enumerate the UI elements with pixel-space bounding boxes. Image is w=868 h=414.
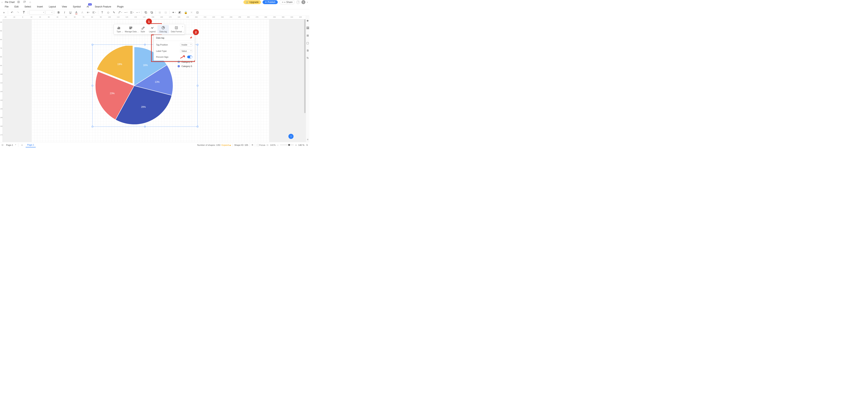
expand-panels-icon[interactable]: » xyxy=(1,10,7,15)
tabs-toggle-icon[interactable]: ⊡ xyxy=(2,144,3,146)
theme-icon[interactable]: ◈ xyxy=(307,19,309,22)
upgrade-button[interactable]: 🛒Upgrade xyxy=(243,0,261,4)
connector-icon[interactable]: ▾ xyxy=(117,10,123,15)
resize-handle[interactable] xyxy=(92,85,93,86)
tools-icon[interactable]: ✕ xyxy=(189,10,194,15)
publish-button[interactable]: ✈Publish xyxy=(262,0,278,4)
page-tab[interactable]: Page-1 xyxy=(26,143,36,147)
legend-label: Category 4 xyxy=(182,61,192,63)
menu-layout[interactable]: Layout xyxy=(49,5,56,8)
highlight-icon[interactable]: A xyxy=(80,10,85,15)
expand-link[interactable]: Expand xyxy=(221,144,229,146)
line-style-icon[interactable]: ─▾ xyxy=(123,10,129,15)
line-color-icon[interactable]: ✎ xyxy=(111,10,117,15)
menu-plugin[interactable]: Plugin xyxy=(117,5,123,8)
pin-icon[interactable]: 📌 xyxy=(190,36,192,39)
focus-button[interactable]: ⛶ Focus xyxy=(257,144,265,146)
redo-icon[interactable]: ↷ xyxy=(15,10,21,15)
front-icon[interactable] xyxy=(143,10,149,15)
float-manage-data-button[interactable]: Manage Data▾ xyxy=(123,25,139,34)
tag-position-select[interactable]: Inside xyxy=(180,43,192,46)
line-weight-icon[interactable]: ☰▾ xyxy=(129,10,134,15)
present-icon[interactable]: ▢ xyxy=(306,41,309,44)
resize-handle[interactable] xyxy=(144,126,146,127)
menu-search-feature[interactable]: Search Feature xyxy=(95,5,111,8)
float-legend-button[interactable]: Legend xyxy=(147,25,157,34)
apps-icon[interactable]: ⊞ xyxy=(307,34,309,37)
pie-label: 23% xyxy=(110,92,115,95)
zoom-display: 140 % xyxy=(298,144,304,146)
resize-handle[interactable] xyxy=(197,85,198,86)
callout-arrow-icon xyxy=(180,55,186,59)
resize-handle[interactable] xyxy=(92,44,93,45)
canvas-page[interactable]: 19%16%13%29%23% alue Category 4 Category… xyxy=(32,19,269,142)
chart-float-toolbar: ✧ Type▾Manage Data▾StyleLegendData tagDa… xyxy=(114,24,185,34)
menu-ai[interactable]: AIhot xyxy=(87,5,89,8)
data-tag-popup: Data tag 📌 Tag Position Inside Label Typ… xyxy=(153,35,195,61)
undo-icon[interactable]: ↶ xyxy=(9,10,15,15)
resize-handle[interactable] xyxy=(197,126,198,127)
group-icon[interactable]: ⊞ xyxy=(157,10,162,15)
fit-icon[interactable]: ⇲ xyxy=(306,144,308,146)
lock-icon[interactable]: 🔒 xyxy=(183,10,188,15)
float-data-format-button[interactable]: Data Format▾ xyxy=(169,25,184,34)
vertical-scrollbar[interactable] xyxy=(304,19,306,113)
fill-icon[interactable]: ◇ xyxy=(105,10,111,15)
align-h-icon[interactable]: ≡▾ xyxy=(86,10,91,15)
arrow-style-icon[interactable]: ↔▾ xyxy=(135,10,141,15)
font-family-select[interactable]: ▾ xyxy=(29,10,45,14)
bold-icon[interactable]: B xyxy=(56,10,61,15)
avatar[interactable]: S xyxy=(302,0,305,4)
menu-insert[interactable]: Insert xyxy=(37,5,43,8)
insert-icon[interactable]: ⊡ xyxy=(195,10,200,15)
format-painter-icon[interactable] xyxy=(21,10,27,15)
avatar-caret-icon[interactable]: ▾ xyxy=(307,1,308,3)
back-icon[interactable]: ‹ xyxy=(2,1,3,4)
svg-point-19 xyxy=(290,136,291,136)
menu-select[interactable]: Select xyxy=(25,5,31,8)
add-page-button[interactable]: + xyxy=(20,143,24,147)
play-icon[interactable]: ▷ xyxy=(267,144,269,146)
ungroup-icon[interactable]: ⊟ xyxy=(163,10,168,15)
text-color-icon[interactable]: A xyxy=(73,10,79,15)
align-v-icon[interactable]: ▾ xyxy=(91,10,97,15)
effects-icon[interactable]: ✦▾ xyxy=(171,10,177,15)
notes-icon[interactable]: 🗎 xyxy=(306,49,309,52)
collapse-icon[interactable]: ≡ xyxy=(307,138,308,141)
menu-symbol[interactable]: Symbol xyxy=(73,5,81,8)
resize-handle[interactable] xyxy=(144,44,146,45)
zoom-value[interactable]: 141% xyxy=(270,144,276,146)
back-layer-icon[interactable] xyxy=(149,10,154,15)
label-type-select[interactable]: Value xyxy=(180,49,192,53)
resize-handle[interactable] xyxy=(197,44,198,45)
italic-icon[interactable]: I xyxy=(62,10,67,15)
percent-sign-toggle[interactable] xyxy=(187,56,192,58)
font-size-select[interactable]: ▾ xyxy=(45,10,53,14)
history-icon[interactable]: ↻ xyxy=(307,56,309,60)
svg-rect-9 xyxy=(118,28,118,29)
image-icon[interactable]: 🖼 xyxy=(306,26,309,30)
shapes-count-label: Number of shapes: 1/60 Expand ◆ xyxy=(197,144,231,146)
underline-icon[interactable]: U xyxy=(68,10,73,15)
svg-rect-0 xyxy=(18,1,19,3)
menu-edit[interactable]: Edit xyxy=(14,5,19,8)
layers-icon[interactable]: ≋ xyxy=(251,144,253,146)
svg-rect-11 xyxy=(119,27,120,29)
menu-file[interactable]: File xyxy=(5,5,8,8)
page-select[interactable]: Page-1 xyxy=(5,143,17,147)
chat-button[interactable] xyxy=(288,134,293,139)
save-icon[interactable] xyxy=(17,1,21,4)
zoom-slider[interactable] xyxy=(280,145,294,145)
export-icon[interactable] xyxy=(22,1,27,4)
float-data-tag-button[interactable]: Data tag xyxy=(157,25,169,34)
help-button[interactable]: ? xyxy=(296,0,300,4)
share-button[interactable]: ⚬⊸Share xyxy=(279,0,295,4)
svg-point-20 xyxy=(291,136,292,136)
float-style-button[interactable]: Style xyxy=(139,25,147,34)
crop-icon[interactable]: ◩ xyxy=(177,10,183,15)
menu-view[interactable]: View xyxy=(62,5,67,8)
float-type-button[interactable]: Type▾ xyxy=(115,25,123,34)
text-tool-icon[interactable]: T xyxy=(99,10,105,15)
resize-handle[interactable] xyxy=(92,126,93,127)
star-icon[interactable]: ☆ xyxy=(28,1,32,4)
